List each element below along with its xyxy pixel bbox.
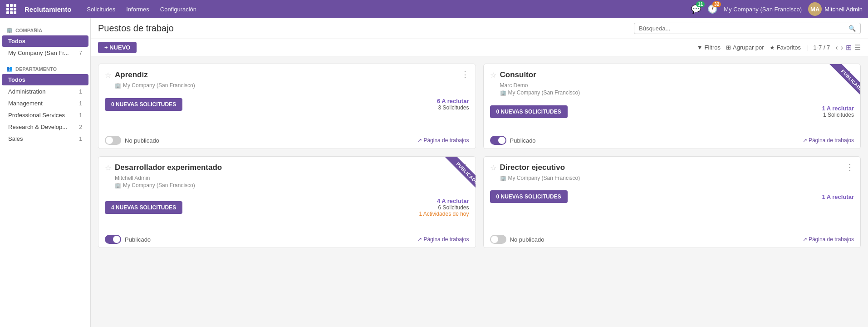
favorite-star-aprendiz[interactable]: ☆ — [105, 71, 111, 79]
prev-page-icon[interactable]: ‹ — [835, 44, 838, 52]
external-link-icon-director: ↗ — [803, 236, 807, 243]
building-icon-director: 🏢 — [500, 175, 506, 181]
solicitudes-stat-aprendiz: 3 Solicitudes — [437, 104, 469, 111]
company-name[interactable]: My Company (San Francisco) — [724, 6, 802, 13]
publish-toggle-aprendiz[interactable] — [105, 136, 121, 145]
user-name: Mitchell Admin — [824, 6, 863, 13]
menu-solicitudes[interactable]: Solicitudes — [82, 4, 120, 15]
search-bar[interactable]: 🔍 — [634, 23, 861, 34]
page-title: Puestos de trabajo — [98, 23, 628, 34]
star-icon: ★ — [770, 44, 775, 51]
sidebar-dept-administration[interactable]: Administration 1 — [2, 86, 88, 97]
new-button[interactable]: + NUEVO — [98, 42, 137, 53]
card-body-consultor: 0 NUEVAS SOLICITUDES 1 A reclutar 1 Soli… — [484, 100, 861, 123]
pagina-link-desarrollador[interactable]: ↗ Página de trabajos — [417, 236, 469, 243]
card-stats-director: 1 A reclutar — [822, 193, 854, 200]
search-icon[interactable]: 🔍 — [848, 25, 856, 32]
topnav-right: 💬 11 🕐 32 My Company (San Francisco) MA … — [691, 2, 863, 16]
sidebar-company-mycompany[interactable]: My Company (San Fr... 7 — [2, 47, 88, 59]
building-icon-aprendiz: 🏢 — [115, 83, 121, 89]
group-icon: ⊞ — [726, 44, 731, 51]
card-title-consultor: Consultor — [500, 70, 536, 79]
user-menu[interactable]: MA Mitchell Admin — [808, 2, 863, 16]
app-grid-icon[interactable] — [5, 3, 17, 15]
menu-configuracion[interactable]: Configuración — [156, 4, 201, 15]
kanban-container: ☆ Aprendiz ⋮ 🏢 My Company (San Francisco… — [91, 56, 868, 327]
publish-toggle-desarrollador[interactable] — [105, 235, 121, 244]
toggle-row-aprendiz: No publicado — [105, 136, 159, 145]
solicitudes-button-desarrollador[interactable]: 4 NUEVAS SOLICITUDES — [105, 201, 182, 214]
card-consultor: PUBLICADO ☆ Consultor ⋮ Marc Demo 🏢 My C… — [483, 64, 861, 149]
group-button[interactable]: ⊞ Agrupar por — [726, 44, 764, 51]
pagina-link-consultor[interactable]: ↗ Página de trabajos — [803, 137, 854, 144]
actividades-desarrollador: 1 Actividades de hoy — [419, 211, 469, 217]
card-director: ☆ Director ejecutivo ⋮ 🏢 My Company (San… — [483, 156, 861, 248]
favorite-star-consultor[interactable]: ☆ — [490, 71, 496, 79]
publish-toggle-consultor[interactable] — [490, 136, 506, 145]
search-input[interactable] — [639, 25, 846, 32]
solicitudes-stat-desarrollador: 6 Solicitudes — [419, 204, 469, 211]
clock-button[interactable]: 🕐 32 — [707, 4, 717, 14]
list-view-icon[interactable]: ☰ — [854, 43, 861, 52]
publish-toggle-director[interactable] — [490, 235, 506, 244]
pagination: 1-7 / 7 — [813, 44, 830, 51]
pagina-link-director[interactable]: ↗ Página de trabajos — [803, 236, 854, 243]
more-icon-director[interactable]: ⋮ — [846, 163, 854, 171]
toggle-label-desarrollador: Publicado — [125, 236, 151, 243]
card-company-director: 🏢 My Company (San Francisco) — [484, 175, 861, 186]
sidebar-dept-professional-services[interactable]: Professional Services 1 — [2, 109, 88, 121]
card-title-aprendiz: Aprendiz — [115, 70, 148, 79]
main-content: Puestos de trabajo 🔍 + NUEVO ▼ Filtros ⊞… — [91, 18, 868, 327]
card-footer-desarrollador: Publicado ↗ Página de trabajos — [98, 231, 476, 248]
card-header-desarrollador: ☆ Desarrollador experimentado ⋮ — [98, 157, 476, 175]
solicitudes-button-director[interactable]: 0 NUEVAS SOLICITUDES — [490, 190, 568, 203]
sidebar-dept-research[interactable]: Research & Develop... 2 — [2, 121, 88, 133]
favorites-button[interactable]: ★ Favoritos — [770, 44, 801, 51]
favorite-star-director[interactable]: ☆ — [490, 164, 496, 172]
filter-button[interactable]: ▼ Filtros — [697, 44, 721, 51]
building-icon-desarrollador: 🏢 — [115, 183, 121, 188]
toggle-row-consultor: Publicado — [490, 136, 536, 145]
card-subtitle-desarrollador: Mitchell Admin — [98, 175, 476, 182]
external-link-icon-consultor: ↗ — [803, 137, 807, 144]
card-aprendiz: ☆ Aprendiz ⋮ 🏢 My Company (San Francisco… — [98, 64, 476, 149]
subheader: Puestos de trabajo 🔍 — [91, 18, 868, 39]
kanban-view-icon[interactable]: ⊞ — [846, 43, 852, 52]
solicitudes-button-consultor[interactable]: 0 NUEVAS SOLICITUDES — [490, 105, 568, 118]
next-page-icon[interactable]: › — [841, 44, 843, 52]
card-desarrollador: PUBLICADO ☆ Desarrollador experimentado … — [98, 156, 476, 248]
solicitudes-stat-consultor: 1 Solicitudes — [822, 112, 854, 118]
more-icon-aprendiz[interactable]: ⋮ — [461, 70, 469, 79]
favorite-star-desarrollador[interactable]: ☆ — [105, 164, 111, 172]
card-title-desarrollador: Desarrollador experimentado — [115, 163, 222, 172]
notifications-button[interactable]: 💬 11 — [691, 4, 701, 14]
sidebar-dept-sales[interactable]: Sales 1 — [2, 133, 88, 144]
card-header-consultor: ☆ Consultor ⋮ — [484, 64, 861, 82]
recruit-count-desarrollador: 4 A reclutar — [419, 198, 469, 204]
pagina-link-aprendiz[interactable]: ↗ Página de trabajos — [417, 137, 469, 144]
building-icon-consultor: 🏢 — [500, 90, 506, 96]
toggle-label-aprendiz: No publicado — [125, 137, 159, 144]
recruit-count-director: 1 A reclutar — [822, 193, 854, 200]
card-title-director: Director ejecutivo — [500, 163, 565, 172]
sidebar-dept-management[interactable]: Management 1 — [2, 98, 88, 109]
solicitudes-button-aprendiz[interactable]: 0 NUEVAS SOLICITUDES — [105, 98, 182, 111]
toggle-row-director: No publicado — [490, 235, 544, 244]
toolbar: + NUEVO ▼ Filtros ⊞ Agrupar por ★ Favori… — [91, 39, 868, 56]
card-header-aprendiz: ☆ Aprendiz ⋮ — [98, 64, 476, 82]
sidebar-dept-todos[interactable]: Todos — [2, 74, 88, 85]
card-company-desarrollador: 🏢 My Company (San Francisco) — [98, 182, 476, 193]
toggle-label-consultor: Publicado — [510, 137, 536, 144]
card-footer-director: No publicado ↗ Página de trabajos — [484, 231, 861, 248]
card-company-aprendiz: 🏢 My Company (San Francisco) — [98, 82, 476, 93]
menu-informes[interactable]: Informes — [122, 4, 154, 15]
clock-count: 32 — [712, 1, 721, 7]
card-body-aprendiz: 0 NUEVAS SOLICITUDES 6 A reclutar 3 Soli… — [98, 93, 476, 115]
view-icons: ‹ › ⊞ ☰ — [835, 43, 861, 52]
card-body-director: 0 NUEVAS SOLICITUDES 1 A reclutar — [484, 186, 861, 208]
card-body-desarrollador: 4 NUEVAS SOLICITUDES 4 A reclutar 6 Soli… — [98, 193, 476, 222]
filter-icon: ▼ — [697, 44, 703, 51]
card-company-consultor: 🏢 My Company (San Francisco) — [484, 89, 861, 100]
card-stats-consultor: 1 A reclutar 1 Solicitudes — [822, 105, 854, 118]
sidebar-company-todos[interactable]: Todos — [2, 35, 88, 47]
